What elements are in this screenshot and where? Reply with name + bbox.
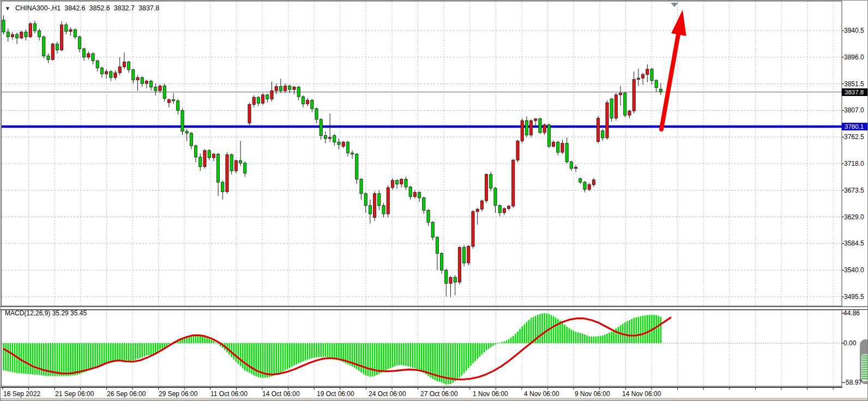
ohlc-close: 3837.8 [138,4,159,12]
candle-up [275,87,278,91]
candle-up [159,86,161,91]
ohlc-high: 3852.6 [89,4,110,12]
time-tick-label: 19 Oct 06:00 [317,390,354,398]
candle-down [463,248,466,264]
candle-down [132,70,135,80]
candle-up [284,86,287,91]
candle-up [637,78,640,79]
candle-down [185,131,188,133]
candle-up [467,246,470,263]
chart-window: ▼ CHINA300-,H1 3842.6 3852.6 3832.7 3837… [0,0,868,401]
candle-up [485,175,488,201]
candle-down [217,154,220,182]
candle-down [418,193,421,198]
candle-up [270,91,273,99]
candle-up [588,184,590,189]
candle-down [382,206,385,214]
macd-tick-label: -58.97 [843,379,862,386]
candle-down [369,206,371,214]
time-tick-label: 11 Oct 06:00 [210,390,248,398]
candle-down [650,69,653,81]
candle-down [199,157,202,167]
hline-price-badge: 3780.1 [842,123,868,130]
price-tick-label: 3629.0 [844,213,864,221]
candle-down [221,182,224,192]
candle-down [378,194,381,206]
candle-down [337,142,340,145]
price-tick-label: 3896.0 [844,53,864,61]
candle-up [234,161,237,171]
candle-up [262,95,264,103]
candle-down [525,121,528,135]
time-tick-label: 4 Nov 06:00 [524,390,559,398]
candle-up [329,137,331,139]
time-tick-label: 29 Sep 06:00 [159,390,197,398]
candle-up [136,77,139,80]
candle-down [288,86,291,89]
candle-down [436,237,438,254]
candle-down [405,179,407,187]
candle-down [65,25,68,32]
price-tick-label: 3807.0 [844,106,864,114]
candle-up [87,53,90,57]
candle-down [83,49,86,57]
candle-down [172,100,175,101]
candle-down [92,53,94,61]
candle-up [413,193,416,197]
dropdown-triangle-icon[interactable]: ▼ [5,5,10,11]
scroll-capsule-widget[interactable] [860,339,868,384]
candle-up [472,212,474,247]
candle-down [279,87,282,91]
chart-canvas[interactable] [1,1,868,401]
candle-down [579,178,582,182]
candle-up [29,23,32,37]
candle-down [547,125,550,146]
chart-header: ▼ CHINA300-,H1 3842.6 3852.6 3832.7 3837… [5,4,159,12]
time-tick-label: 14 Nov 06:00 [622,390,661,398]
trend-arrow[interactable] [661,10,686,129]
candle-up [561,143,564,152]
candle-down [150,81,153,87]
candle-down [610,99,613,118]
candle-up [619,93,622,95]
candle-down [539,119,541,133]
candle-down [163,86,166,98]
candle-down [74,29,76,37]
ohlc-open: 3842.6 [64,4,85,12]
current-price-badge: 3837.8 [842,88,868,96]
candle-down [297,87,300,97]
candle-down [141,77,143,83]
candle-down [490,175,492,188]
candle-down [244,163,246,173]
candle-down [659,89,662,92]
candle-up [530,121,533,135]
candle-down [320,119,322,136]
candle-down [557,142,559,153]
candle-up [476,209,479,211]
time-tick-label: 9 Nov 06:00 [575,390,610,398]
candle-up [480,201,483,209]
candle-up [458,248,461,283]
ohlc-low: 3832.7 [114,4,135,12]
candle-down [351,153,354,154]
macd-tick-label: 44.86 [843,309,860,317]
candle-down [128,62,130,70]
candle-up [373,194,376,218]
candle-down [47,56,50,60]
candle-down [25,32,27,37]
candle-down [181,110,184,131]
candle-down [154,87,157,91]
candle-up [512,160,515,206]
macd-tick-label: 0.00 [843,339,856,347]
time-tick-label: 16 Sep 2022 [3,390,40,398]
candle-up [61,25,63,50]
time-tick-label: 1 Nov 06:00 [473,390,508,398]
candle-down [239,161,242,163]
chart-shift-marker-icon[interactable] [671,3,678,7]
candle-down [78,37,81,49]
time-tick-label: 26 Sep 06:00 [107,390,146,398]
candle-down [364,194,367,206]
candle-down [355,154,358,179]
candle-up [552,142,555,147]
candle-up [614,95,617,118]
